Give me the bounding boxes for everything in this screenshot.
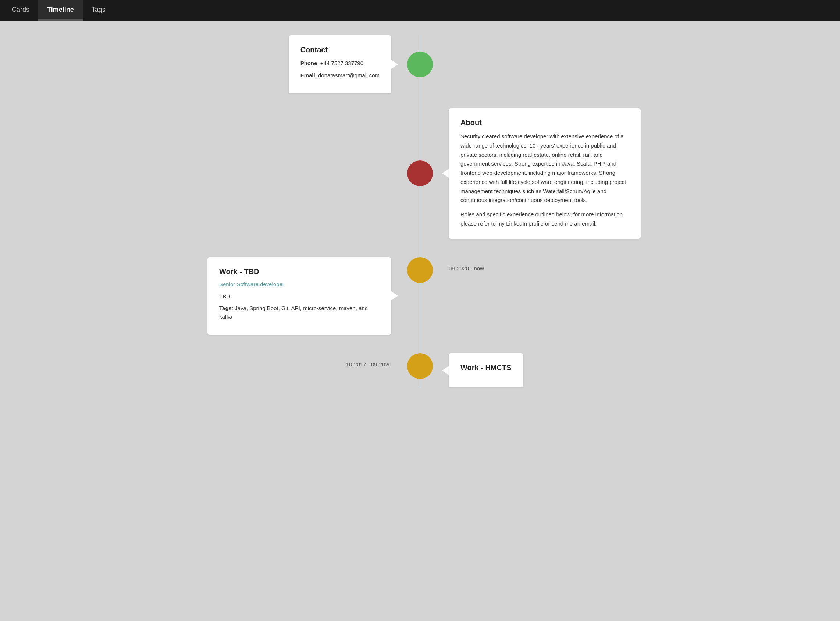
main-content: Contact Phone: +44 7527 337790 Email: do… <box>0 21 840 621</box>
tbd-card-left: Work - TBD Senior Software developer TBD… <box>207 257 398 335</box>
timeline-row-about: About Security cleared software develope… <box>199 108 641 239</box>
navbar: Cards Timeline Tags <box>0 0 840 21</box>
tbd-arrow <box>391 291 398 300</box>
contact-card: Contact Phone: +44 7527 337790 Email: do… <box>289 35 391 94</box>
timeline-row-contact: Contact Phone: +44 7527 337790 Email: do… <box>199 35 641 94</box>
about-card: About Security cleared software develope… <box>449 108 641 239</box>
timeline: Contact Phone: +44 7527 337790 Email: do… <box>199 35 641 388</box>
hmcts-card: Work - HMCTS <box>449 353 523 388</box>
hmcts-date-wrapper: 10-2017 - 09-2020 <box>199 353 398 368</box>
about-card-wrapper: About Security cleared software develope… <box>442 108 641 239</box>
hmcts-card-right: Work - HMCTS <box>442 353 523 388</box>
nav-tags[interactable]: Tags <box>83 0 114 21</box>
nav-timeline[interactable]: Timeline <box>38 0 83 21</box>
hmcts-title: Work - HMCTS <box>460 364 512 372</box>
about-body: Security cleared software developer with… <box>460 132 629 229</box>
contact-card-wrapper: Contact Phone: +44 7527 337790 Email: do… <box>199 35 398 94</box>
hmcts-center <box>398 353 442 379</box>
nav-cards[interactable]: Cards <box>3 0 38 21</box>
contact-center <box>398 51 442 77</box>
tbd-center <box>398 257 442 283</box>
tbd-dot <box>407 257 433 283</box>
contact-title: Contact <box>300 45 380 54</box>
tbd-body: TBD <box>219 292 380 301</box>
contact-phone: Phone: +44 7527 337790 <box>300 59 380 68</box>
tbd-title: Work - TBD <box>219 267 380 276</box>
hmcts-dot <box>407 353 433 379</box>
tbd-date: 09-2020 - now <box>442 257 484 271</box>
contact-arrow <box>391 60 398 69</box>
about-dot <box>407 161 433 186</box>
tbd-date-wrapper: 09-2020 - now <box>442 257 641 271</box>
tbd-subtitle: Senior Software developer <box>219 281 380 287</box>
tbd-tags: Tags: Java, Spring Boot, Git, API, micro… <box>219 304 380 321</box>
tbd-card-wrapper: Work - TBD Senior Software developer TBD… <box>199 257 398 335</box>
about-para-2: Roles and specific experience outlined b… <box>460 210 629 229</box>
timeline-row-tbd: Work - TBD Senior Software developer TBD… <box>199 253 641 335</box>
tbd-card: Work - TBD Senior Software developer TBD… <box>207 257 391 335</box>
contact-card-left: Contact Phone: +44 7527 337790 Email: do… <box>289 35 398 94</box>
hmcts-date: 10-2017 - 09-2020 <box>346 353 398 368</box>
contact-dot <box>407 51 433 77</box>
about-center <box>398 161 442 186</box>
about-arrow <box>442 169 449 178</box>
hmcts-card-wrapper: Work - HMCTS <box>442 353 641 388</box>
contact-email: Email: donatasmart@gmail.com <box>300 71 380 80</box>
about-title: About <box>460 118 629 127</box>
about-para-1: Security cleared software developer with… <box>460 132 629 205</box>
timeline-row-hmcts: 10-2017 - 09-2020 Work - HMCTS <box>199 350 641 388</box>
about-card-right: About Security cleared software develope… <box>442 108 641 239</box>
hmcts-arrow <box>442 366 449 375</box>
